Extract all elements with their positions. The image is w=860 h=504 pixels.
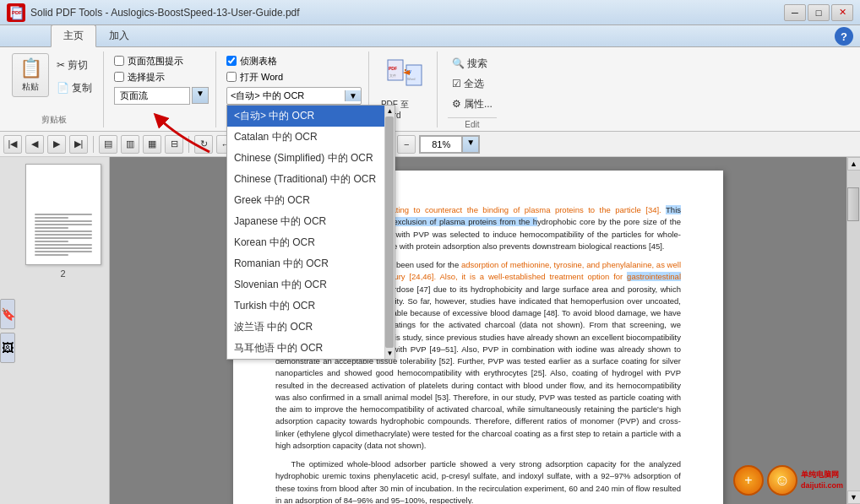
maximize-button[interactable]: □ <box>808 4 830 21</box>
detect-table-checkbox[interactable] <box>226 56 237 66</box>
view-multi-button[interactable]: ▦ <box>143 135 161 154</box>
watermark-smiley: ☺ <box>767 465 797 496</box>
select-all-label: 全选 <box>464 77 484 91</box>
ocr-selected-label: <自动> 中的 OCR <box>231 89 304 102</box>
page-range-checkbox[interactable] <box>114 56 124 66</box>
zoom-out-button[interactable]: − <box>397 135 416 154</box>
open-word-row: 打开 Word <box>226 71 362 84</box>
select-hint-checkbox[interactable] <box>114 72 124 82</box>
ocr-menu: <自动> 中的 OCR Catalan 中的 OCR Chinese (Simp… <box>226 105 395 360</box>
thumbnail-page-num: 2 <box>60 268 65 279</box>
thumb-line-1 <box>35 214 92 215</box>
properties-button[interactable]: ⚙ 属性... <box>448 95 497 113</box>
search-icon: 🔍 <box>452 57 465 69</box>
view-dual-button[interactable]: ▥ <box>121 135 139 154</box>
ocr-option-slovenian[interactable]: Slovenian 中的 OCR <box>227 274 395 295</box>
open-word-checkbox[interactable] <box>226 72 237 82</box>
app-icon: PDF <box>7 3 25 22</box>
ocr-dropdown-container: <自动> 中的 OCR ▼ <自动> 中的 OCR Catalan 中的 OCR… <box>226 87 362 105</box>
ocr-option-catalan[interactable]: Catalan 中的 OCR <box>227 127 395 148</box>
cut-icon: ✂ <box>57 59 65 71</box>
cut-label: 剪切 <box>68 58 88 73</box>
copy-icon: 📄 <box>57 82 69 94</box>
ocr-option-japanese[interactable]: Japanese 中的 OCR <box>227 211 395 232</box>
thumbnail-content <box>30 209 97 261</box>
pdf-area[interactable]: chosen as the hydrophobic coating to cou… <box>110 157 846 504</box>
minimize-button[interactable]: ─ <box>784 4 806 21</box>
rotate-button[interactable]: ↻ <box>194 135 213 154</box>
ribbon-tabs-bar: 主页 加入 ? <box>0 25 860 47</box>
paste-icon: 📋 <box>19 57 42 79</box>
nav-separator-2 <box>188 136 189 153</box>
page-thumbnail <box>25 164 101 265</box>
nav-next-button[interactable]: ▶ <box>47 135 66 154</box>
ocr-option-chinese-simplified[interactable]: Chinese (Simplified) 中的 OCR <box>227 148 395 169</box>
thumb-line-6 <box>35 230 92 232</box>
zoom-dropdown-arrow[interactable]: ▼ <box>462 136 479 153</box>
scroll-track <box>847 171 860 490</box>
ribbon-tabs: 主页 加入 <box>0 25 860 47</box>
nav-first-button[interactable]: |◀ <box>3 135 22 154</box>
pdf-paragraph-3: The optimized whole-blood adsorber parti… <box>275 458 681 504</box>
copy-button[interactable]: 📄 复制 <box>52 79 96 97</box>
thumb-line-2 <box>35 217 69 219</box>
watermark-text: 单纯电脑网daijutii.com <box>801 469 843 490</box>
paste-label: 粘贴 <box>22 81 39 93</box>
scroll-thumb[interactable] <box>847 187 859 221</box>
title-bar-left: PDF Solid PDF Tools - Auslogics-BoostSpe… <box>7 3 300 22</box>
thumbnail-button[interactable]: 🖼 <box>0 333 15 363</box>
ocr-option-korean[interactable]: Korean 中的 OCR <box>227 232 395 253</box>
scroll-up-button[interactable]: ▲ <box>847 157 861 171</box>
nav-separator-1 <box>93 136 94 153</box>
watermark-circle: + <box>733 465 764 496</box>
thumb-line-12 <box>35 251 92 252</box>
paste-button[interactable]: 📋 粘贴 <box>12 53 49 97</box>
thumb-line-7 <box>35 234 92 236</box>
ocr-option-chinese-traditional[interactable]: Chinese (Traditional) 中的 OCR <box>227 169 395 190</box>
tab-main[interactable]: 主页 <box>51 24 96 47</box>
view-single-button[interactable]: ▤ <box>99 135 117 154</box>
layout-arrow[interactable]: ▼ <box>192 87 209 104</box>
scroll-down-button[interactable]: ▼ <box>847 490 861 504</box>
ocr-option-greek[interactable]: Greek 中的 OCR <box>227 190 395 211</box>
watermark: + ☺ 单纯电脑网daijutii.com <box>733 465 843 496</box>
ocr-dropdown-button[interactable]: <自动> 中的 OCR ▼ <box>226 87 362 105</box>
thumb-line-11 <box>35 247 92 249</box>
title-bar: PDF Solid PDF Tools - Auslogics-BoostSpe… <box>0 0 860 25</box>
nav-last-button[interactable]: ▶| <box>69 135 88 154</box>
page-range-label: 页面范围提示 <box>128 55 183 68</box>
thumb-line-10 <box>35 244 92 246</box>
ocr-option-polish[interactable]: 波兰语 中的 OCR <box>227 317 395 338</box>
detect-table-row: 侦测表格 <box>226 55 362 68</box>
ocr-option-turkish[interactable]: Turkish 中的 OCR <box>227 295 395 317</box>
copy-label: 复制 <box>72 81 92 95</box>
thumb-line-5 <box>35 227 69 229</box>
select-hint-row: 选择提示 <box>114 71 209 84</box>
thumb-line-4 <box>35 224 92 225</box>
bookmarks-button[interactable]: 🔖 <box>0 299 15 329</box>
thumb-line-3 <box>35 220 92 222</box>
title-bar-controls: ─ □ ✕ <box>784 4 853 21</box>
select-all-button[interactable]: ☑ 全选 <box>448 75 497 93</box>
close-button[interactable]: ✕ <box>831 4 853 21</box>
ocr-option-romanian[interactable]: Romanian 中的 OCR <box>227 253 395 274</box>
ocr-dropdown-arrow[interactable]: ▼ <box>345 90 361 101</box>
view-continuous-button[interactable]: ⊟ <box>165 135 183 154</box>
ocr-option-auto[interactable]: <自动> 中的 OCR <box>227 106 395 127</box>
search-button[interactable]: 🔍 搜索 <box>448 55 497 73</box>
svg-text:Word: Word <box>407 77 415 81</box>
svg-rect-6 <box>406 65 422 85</box>
ocr-option-maltese[interactable]: 马耳他语 中的 OCR <box>227 338 395 359</box>
pdf-word-icon: PDF 文件 W Word <box>386 58 423 97</box>
zoom-input[interactable] <box>420 136 462 153</box>
tab-add[interactable]: 加入 <box>96 24 142 46</box>
layout-dropdown[interactable]: 页面流 <box>114 87 190 105</box>
cut-button[interactable]: ✂ 剪切 <box>52 57 96 74</box>
svg-text:文件: 文件 <box>389 73 396 78</box>
nav-prev-button[interactable]: ◀ <box>25 135 44 154</box>
help-button[interactable]: ? <box>835 27 853 46</box>
detect-table-label: 侦测表格 <box>240 55 277 68</box>
thumbnail-container: 2 <box>25 164 101 279</box>
watermark-symbol: + <box>744 473 752 488</box>
page-range-row: 页面范围提示 <box>114 55 209 68</box>
